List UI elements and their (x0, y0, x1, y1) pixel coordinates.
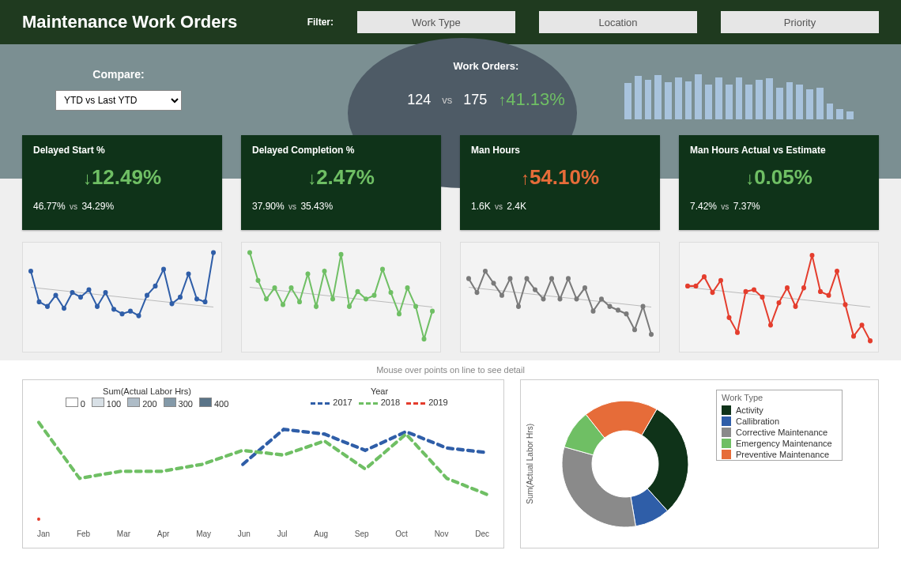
year-swatches: 201720182019 (263, 398, 496, 407)
svg-point-21 (194, 296, 199, 301)
donut-legend-item[interactable]: Corrective Maintenance (717, 427, 842, 438)
svg-point-11 (111, 307, 116, 311)
donut-ylabel: Sum(Actual Labor Hrs) (526, 424, 534, 504)
svg-point-93 (851, 334, 856, 338)
svg-point-45 (413, 304, 418, 309)
timeseries-panel: Sum(Actual Labor Hrs) 0100200300400 Year… (22, 379, 504, 548)
svg-point-19 (178, 295, 183, 300)
svg-point-41 (380, 267, 385, 272)
svg-point-59 (549, 276, 554, 281)
svg-point-22 (203, 300, 208, 304)
svg-point-20 (187, 271, 191, 276)
work-orders-curr: 175 (463, 92, 487, 108)
work-orders-pct: ↑41.13% (498, 89, 565, 110)
svg-point-56 (525, 276, 530, 281)
svg-point-92 (843, 302, 848, 307)
arrow-down-icon: ↓ (745, 168, 754, 188)
bottom-row: Sum(Actual Labor Hrs) 0100200300400 Year… (0, 379, 901, 564)
svg-point-46 (422, 337, 427, 341)
svg-point-96 (37, 518, 40, 521)
svg-point-34 (322, 269, 327, 273)
kpi-name: Man Hours Actual vs Estimate (690, 145, 868, 156)
svg-point-79 (735, 330, 740, 335)
svg-point-87 (801, 285, 806, 290)
svg-point-64 (591, 308, 596, 313)
svg-point-23 (211, 250, 216, 254)
svg-point-8 (87, 287, 92, 292)
svg-point-42 (389, 290, 394, 295)
kpi-name: Delayed Completion % (252, 145, 430, 156)
kpi-row: Delayed Start %↓12.49%46.77% vs 34.29%De… (22, 135, 879, 230)
work-orders-prev: 124 (407, 92, 431, 108)
kpi-values: 37.90% vs 35.43% (252, 201, 430, 212)
kpi-pct: ↓2.47% (252, 165, 430, 190)
donut-chart (542, 385, 708, 543)
svg-point-27 (264, 296, 269, 301)
svg-point-66 (608, 304, 613, 309)
timeseries-legend: Sum(Actual Labor Hrs) 0100200300400 Year… (31, 386, 496, 409)
kpi-card[interactable]: Delayed Start %↓12.49%46.77% vs 34.29% (22, 135, 222, 230)
work-orders-numbers: 124 vs 175 ↑41.13% (379, 89, 593, 110)
svg-point-85 (785, 285, 790, 290)
svg-point-76 (711, 290, 715, 295)
donut-legend-item[interactable]: Activity (717, 405, 842, 416)
svg-point-50 (474, 290, 479, 295)
svg-line-0 (31, 287, 213, 307)
svg-point-5 (62, 306, 66, 311)
svg-point-6 (70, 290, 75, 295)
spark-man-hours (460, 242, 660, 352)
kpi-pct: ↓0.05% (690, 165, 868, 190)
compare-select[interactable]: YTD vs Last YTD (55, 90, 182, 111)
svg-point-81 (752, 287, 756, 292)
svg-point-2 (36, 300, 41, 304)
work-orders-bars (624, 64, 854, 119)
svg-point-70 (641, 304, 646, 309)
svg-point-26 (255, 278, 260, 283)
svg-point-77 (718, 278, 723, 283)
svg-point-68 (624, 311, 629, 316)
svg-point-61 (566, 276, 571, 281)
svg-point-54 (508, 276, 513, 281)
svg-point-36 (339, 252, 344, 257)
svg-point-60 (558, 296, 563, 301)
svg-point-51 (483, 269, 488, 273)
svg-point-62 (575, 296, 579, 301)
donut-legend-item[interactable]: Preventive Maintenance (717, 449, 842, 460)
svg-point-35 (330, 296, 335, 301)
timeseries-axis: JanFebMarAprMayJunJulAugSepOctNovDec (31, 530, 496, 543)
kpi-values: 7.42% vs 7.37% (690, 201, 868, 212)
svg-point-3 (45, 304, 50, 309)
svg-point-91 (835, 269, 839, 273)
kpi-values: 46.77% vs 34.29% (33, 201, 211, 212)
kpi-name: Man Hours (471, 145, 649, 156)
svg-point-13 (128, 308, 133, 313)
svg-point-80 (744, 289, 748, 294)
svg-point-37 (347, 304, 352, 309)
filter-location[interactable]: Location (539, 11, 697, 33)
svg-point-7 (78, 295, 83, 300)
filter-priority[interactable]: Priority (721, 11, 879, 33)
arrow-up-icon: ↑ (498, 91, 506, 108)
svg-point-86 (794, 304, 798, 309)
svg-point-1 (28, 269, 33, 273)
svg-point-4 (54, 292, 58, 297)
svg-point-84 (777, 300, 782, 305)
filter-label: Filter: (307, 17, 334, 28)
svg-point-88 (810, 253, 815, 258)
donut-legend-item[interactable]: Callibration (717, 416, 842, 427)
donut-legend-item[interactable]: Emergency Maintenance (717, 438, 842, 449)
svg-point-89 (818, 289, 823, 294)
svg-point-82 (760, 295, 765, 300)
svg-point-74 (693, 284, 698, 288)
svg-point-53 (500, 292, 504, 297)
vs-label: vs (442, 94, 452, 106)
kpi-card[interactable]: Man Hours↑54.10%1.6K vs 2.4K (460, 135, 660, 230)
kpi-card[interactable]: Delayed Completion %↓2.47%37.90% vs 35.4… (241, 135, 441, 230)
compare-block: Compare: YTD vs Last YTD (47, 68, 190, 111)
arrow-down-icon: ↓ (307, 168, 316, 188)
kpi-card[interactable]: Man Hours Actual vs Estimate↓0.05%7.42% … (679, 135, 879, 230)
svg-point-55 (516, 304, 521, 309)
spark-delayed-start (22, 242, 222, 352)
filter-work-type[interactable]: Work Type (357, 11, 515, 33)
svg-point-71 (649, 332, 654, 337)
